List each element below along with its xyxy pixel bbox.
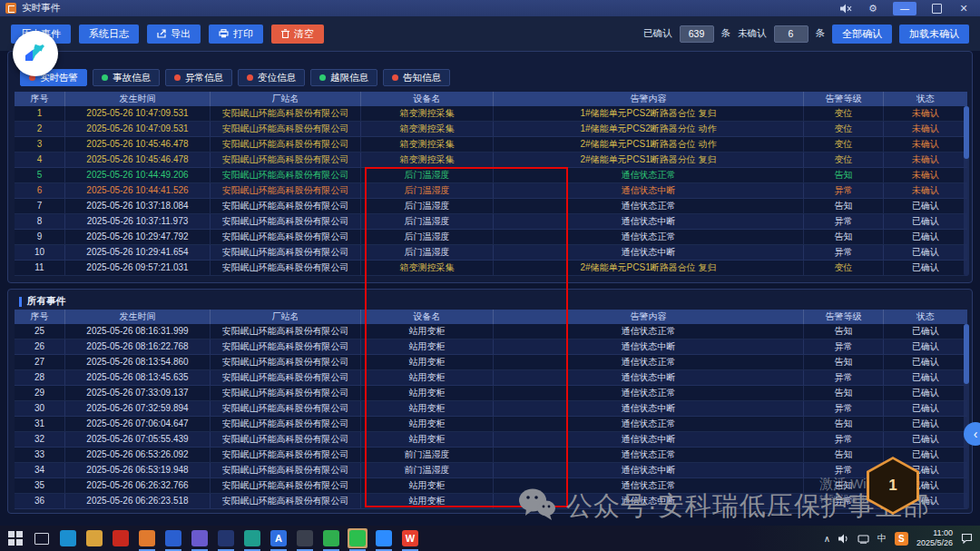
hexagon-badge[interactable]: 1 xyxy=(867,457,919,515)
tencent-meeting-app-icon xyxy=(376,530,392,546)
start-button[interactable] xyxy=(5,528,25,548)
tencent-meeting-app[interactable] xyxy=(374,528,394,548)
wechat-app[interactable] xyxy=(348,528,368,548)
table-cell: 箱变测控采集 xyxy=(361,122,494,136)
清空-button[interactable]: 清空 xyxy=(271,25,324,44)
column-header: 发生时间 xyxy=(65,310,211,324)
table-cell: 2025-05-26 09:57:21.031 xyxy=(65,261,211,275)
table-cell: 已确认 xyxy=(884,417,967,431)
purple-app[interactable] xyxy=(190,528,210,548)
table-cell: 2025-05-26 10:29:47.792 xyxy=(65,230,211,244)
teal-app[interactable] xyxy=(242,528,262,548)
table-cell: 告知 xyxy=(804,386,884,400)
table-cell: 变位 xyxy=(804,137,884,152)
打印-button[interactable]: 打印 xyxy=(209,25,263,44)
clock[interactable]: 11:00 2025/5/26 xyxy=(916,528,953,549)
maximize-button[interactable] xyxy=(929,2,944,15)
table-cell: 2025-05-26 06:26:32.766 xyxy=(65,478,211,493)
table-cell: 已确认 xyxy=(884,230,967,244)
table-row[interactable]: 42025-05-26 10:45:46.478安阳岷山环能高科股份有限公司箱变… xyxy=(15,153,967,168)
table-cell: 安阳岷山环能高科股份有限公司 xyxy=(211,386,361,400)
tab-dot-icon xyxy=(319,74,326,81)
table-cell: 2025-05-26 10:47:09.531 xyxy=(65,106,211,121)
table-cell: 1 xyxy=(15,106,65,121)
table-cell: 2025-05-26 06:53:26.092 xyxy=(65,448,211,462)
unconfirmed-unit: 条 xyxy=(816,27,826,40)
table-cell: 6 xyxy=(15,183,65,198)
table-cell: 箱变测控采集 xyxy=(361,137,494,152)
column-header: 厂站名 xyxy=(211,310,361,324)
tab-dot-icon xyxy=(102,74,108,81)
unconfirmed-label: 未确认 xyxy=(738,27,767,40)
table-cell: 25 xyxy=(15,324,65,339)
table-cell: 安阳岷山环能高科股份有限公司 xyxy=(211,199,361,213)
tray-expand-icon[interactable]: ∧ xyxy=(824,534,830,544)
table-cell: 32 xyxy=(15,432,65,447)
table-cell: 已确认 xyxy=(884,261,967,275)
系统日志-button[interactable]: 系统日志 xyxy=(79,25,139,44)
table-cell: 安阳岷山环能高科股份有限公司 xyxy=(211,478,361,493)
sogou-input-icon[interactable]: S xyxy=(895,532,908,546)
tab-变位信息[interactable]: 变位信息 xyxy=(238,69,305,86)
tab-事故信息[interactable]: 事故信息 xyxy=(93,69,160,86)
tab-越限信息[interactable]: 越限信息 xyxy=(310,69,377,86)
table-row[interactable]: 22025-05-26 10:47:09.531安阳岷山环能高科股份有限公司箱变… xyxy=(15,122,967,137)
volume-icon[interactable] xyxy=(838,534,849,544)
导出-button[interactable]: 导出 xyxy=(147,25,201,44)
file-explorer-app[interactable] xyxy=(84,528,104,548)
table-cell: 已确认 xyxy=(884,214,967,229)
realtime-events-app[interactable] xyxy=(137,528,157,548)
table-cell: 已确认 xyxy=(884,355,967,369)
table-cell: 未确认 xyxy=(884,153,967,167)
table-cell: 5 xyxy=(15,168,65,182)
table-cell: 异常 xyxy=(804,245,884,260)
alarm-tabs: 实时告警事故信息异常信息变位信息越限信息告知信息 xyxy=(20,69,450,86)
table-cell: 安阳岷山环能高科股份有限公司 xyxy=(211,214,361,229)
dark-tools-app[interactable] xyxy=(295,528,315,548)
column-header: 告警等级 xyxy=(804,310,884,324)
tab-告知信息[interactable]: 告知信息 xyxy=(383,69,450,86)
table-cell: 安阳岷山环能高科股份有限公司 xyxy=(211,355,361,369)
red-app[interactable] xyxy=(111,528,131,548)
settings-gear-icon[interactable]: ⚙ xyxy=(866,2,880,15)
table-cell: 34 xyxy=(15,463,65,477)
table-cell: 2025-05-26 10:44:41.526 xyxy=(65,183,211,198)
edge-app[interactable] xyxy=(58,528,78,548)
table-cell: 已确认 xyxy=(884,401,967,416)
minimize-button[interactable]: — xyxy=(893,2,916,15)
a-blue-app[interactable]: A xyxy=(269,528,289,548)
navy-app[interactable] xyxy=(216,528,236,548)
table-cell: 2025-05-26 07:32:59.894 xyxy=(65,401,211,416)
wechat-app-icon xyxy=(349,530,366,546)
table1-scrollbar[interactable] xyxy=(964,106,969,276)
table-cell: 35 xyxy=(15,478,65,493)
tencent-meeting-floating-icon[interactable] xyxy=(13,31,58,76)
table-cell: 安阳岷山环能高科股份有限公司 xyxy=(211,432,361,447)
confirm-all-button[interactable]: 全部确认 xyxy=(832,25,892,44)
table-cell: 安阳岷山环能高科股份有限公司 xyxy=(211,106,361,121)
green-app[interactable] xyxy=(321,528,341,548)
table-row[interactable]: 12025-05-26 10:47:09.531安阳岷山环能高科股份有限公司箱变… xyxy=(15,106,967,122)
task-view-button[interactable] xyxy=(32,528,52,548)
table-cell: 8 xyxy=(15,214,65,229)
table-cell: 3 xyxy=(15,137,65,152)
ime-indicator[interactable]: 中 xyxy=(877,532,887,545)
windows-logo-icon xyxy=(8,531,23,546)
table2-scrollbar[interactable] xyxy=(964,324,969,509)
confirmed-count: 639 xyxy=(680,25,714,43)
table-cell: 11 xyxy=(15,261,65,275)
tab-异常信息[interactable]: 异常信息 xyxy=(165,69,232,86)
a-blue-app-icon: A xyxy=(270,530,287,546)
notification-center-icon[interactable] xyxy=(961,533,973,544)
table-cell: 安阳岷山环能高科股份有限公司 xyxy=(211,401,361,416)
mute-icon[interactable] xyxy=(838,2,853,15)
network-icon[interactable] xyxy=(858,534,869,544)
table-cell: 异常 xyxy=(804,432,884,447)
table-row[interactable]: 32025-05-26 10:45:46.478安阳岷山环能高科股份有限公司箱变… xyxy=(15,137,967,153)
load-unconfirmed-button[interactable]: 加载未确认 xyxy=(899,25,969,44)
close-button[interactable]: ✕ xyxy=(956,2,971,15)
red-annotation-box xyxy=(365,167,568,507)
column-header: 发生时间 xyxy=(65,92,211,106)
wps-app[interactable]: W xyxy=(400,528,420,548)
blue-doc-app[interactable] xyxy=(163,528,183,548)
